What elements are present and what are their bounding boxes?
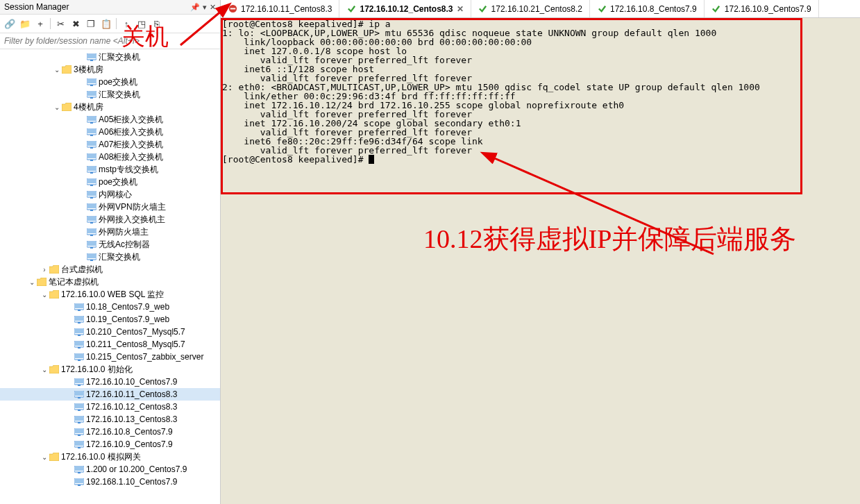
session-tab[interactable]: 172.16.10.11_Centos8.3 xyxy=(221,0,339,17)
cut-button[interactable]: ✂ xyxy=(53,17,67,31)
expand-icon[interactable]: ⌄ xyxy=(28,278,36,286)
tree-session[interactable]: ·poe交换机 xyxy=(0,76,220,88)
connected-icon xyxy=(597,4,607,14)
expand-icon[interactable]: › xyxy=(40,266,49,274)
host-icon xyxy=(74,302,85,312)
host-icon xyxy=(86,227,97,237)
session-tabs: 172.16.10.11_Centos8.3172.16.10.12_Cento… xyxy=(221,0,860,18)
tree-session[interactable]: ·A05柜接入交换机 xyxy=(0,113,220,126)
new-session-button[interactable]: + xyxy=(33,17,47,31)
tree-session[interactable]: ·无线Ac控制器 xyxy=(0,238,220,251)
tree-session[interactable]: ·192.168.1.10_Centos7.9 xyxy=(0,476,220,488)
tree-session[interactable]: ·外网VPN防火墙主 xyxy=(0,201,220,213)
dropdown-icon[interactable]: ▾ xyxy=(203,3,207,12)
tree-label: 无线Ac控制器 xyxy=(99,239,150,251)
tree-label: 172.16.10.8_Centos7.9 xyxy=(86,427,173,437)
link-button[interactable]: 🔗 xyxy=(3,17,17,31)
session-tab[interactable]: 172.16.10.12_Centos8.3✕ xyxy=(339,0,471,17)
tree-folder[interactable]: ⌄172.16.10.0 初始化 xyxy=(0,363,220,376)
tree-folder[interactable]: ⌄172.16.10.0 模拟网关 xyxy=(0,451,220,463)
tab-label: 172.16.10.8_Centos7.9 xyxy=(610,4,697,14)
host-icon xyxy=(86,252,97,262)
tree-session[interactable]: ·mstp专线交换机 xyxy=(0,163,220,176)
tree-session[interactable]: ·172.16.10.10_Centos7.9 xyxy=(0,376,220,388)
session-manager-panel: Session Manager 📌 ▾ ✕ 🔗 📁 + ✂ ✖ ❐ 📋 ↑ ◳ … xyxy=(0,0,221,504)
svg-rect-43 xyxy=(87,254,96,258)
tree-session[interactable]: ·A06柜接入交换机 xyxy=(0,126,220,138)
svg-rect-31 xyxy=(87,204,96,208)
expand-icon[interactable]: ⌄ xyxy=(40,453,49,461)
expand-icon[interactable]: ⌄ xyxy=(40,291,49,299)
tree-folder[interactable]: ⌄笔记本虚拟机 xyxy=(0,276,220,288)
host-icon xyxy=(86,52,97,62)
pin-icon[interactable]: 📌 xyxy=(190,3,200,12)
panel-header: Session Manager 📌 ▾ ✕ xyxy=(0,0,220,15)
expand-icon[interactable]: ⌄ xyxy=(40,366,49,373)
tree-session[interactable]: ·汇聚交换机 xyxy=(0,251,220,263)
new-folder-button[interactable]: 📁 xyxy=(18,17,32,31)
tree-session[interactable]: ·10.215_Centos7_zabbix_server xyxy=(0,351,220,363)
svg-rect-50 xyxy=(78,322,81,324)
close-panel-icon[interactable]: ✕ xyxy=(210,3,216,12)
host-icon xyxy=(74,389,85,399)
copy-button[interactable]: ❐ xyxy=(84,17,98,31)
svg-rect-53 xyxy=(78,335,81,336)
tree-session[interactable]: ·172.16.10.11_Centos8.3 xyxy=(0,388,220,401)
tree-session[interactable]: ·1.200 or 10.200_Centos7.9 xyxy=(0,463,220,476)
svg-rect-32 xyxy=(90,210,93,211)
svg-rect-11 xyxy=(90,122,93,124)
tree-folder[interactable]: ⌄4楼机房 xyxy=(0,101,220,113)
tree-session[interactable]: ·10.18_Centos7.9_web xyxy=(0,301,220,313)
delete-button[interactable]: ✖ xyxy=(69,17,83,31)
tree-session[interactable]: ·172.16.10.8_Centos7.9 xyxy=(0,426,220,438)
session-tree[interactable]: ·汇聚交换机⌄3楼机房·poe交换机·汇聚交换机⌄4楼机房·A05柜接入交换机·… xyxy=(0,49,220,504)
terminal-output: [root@Centos8 keepalived]# ip a 1: lo: <… xyxy=(221,18,860,164)
filter-input[interactable] xyxy=(3,35,217,47)
host-icon xyxy=(74,339,85,349)
tree-session[interactable]: ·10.210_Centos7_Mysql5.7 xyxy=(0,326,220,338)
tree-session[interactable]: ·A08柜接入交换机 xyxy=(0,151,220,163)
tree-label: 台式虚拟机 xyxy=(61,264,103,276)
tree-session[interactable]: ·A07柜接入交换机 xyxy=(0,138,220,151)
tree-label: 172.16.10.10_Centos7.9 xyxy=(86,377,177,387)
svg-rect-38 xyxy=(90,235,93,236)
tree-session[interactable]: ·外网接入交换机主 xyxy=(0,213,220,226)
paste-button[interactable]: 📋 xyxy=(99,17,113,31)
host-icon xyxy=(86,215,97,224)
svg-rect-56 xyxy=(78,347,81,348)
tree-folder[interactable]: ⌄3楼机房 xyxy=(0,63,220,76)
export-button[interactable]: ⎘ xyxy=(150,17,164,31)
session-tab[interactable]: 172.16.10.21_Centos8.2 xyxy=(471,0,590,17)
tree-session[interactable]: ·外网防火墙主 xyxy=(0,226,220,238)
terminal[interactable]: [root@Centos8 keepalived]# ip a 1: lo: <… xyxy=(221,18,860,504)
tree-folder[interactable]: ›台式虚拟机 xyxy=(0,263,220,276)
tree-session[interactable]: ·172.16.10.12_Centos8.3 xyxy=(0,401,220,413)
tree-label: 汇聚交换机 xyxy=(99,51,140,63)
folder-icon xyxy=(36,277,47,287)
tree-session[interactable]: ·poe交换机 xyxy=(0,176,220,188)
expand-icon[interactable]: ⌄ xyxy=(53,103,61,111)
tree-label: 外网防火墙主 xyxy=(99,226,149,238)
tree-session[interactable]: ·汇聚交换机 xyxy=(0,88,220,101)
separator xyxy=(116,18,117,29)
tab-label: 172.16.10.11_Centos8.3 xyxy=(241,4,332,14)
svg-rect-14 xyxy=(90,135,93,136)
tree-session[interactable]: ·内网核心 xyxy=(0,188,220,201)
tree-session[interactable]: ·172.16.10.13_Centos8.3 xyxy=(0,413,220,426)
open-button[interactable]: ◳ xyxy=(135,17,149,31)
panel-title: Session Manager xyxy=(4,2,187,12)
tree-session[interactable]: ·172.16.10.9_Centos7.9 xyxy=(0,438,220,451)
expand-icon[interactable]: ⌄ xyxy=(53,66,61,74)
host-icon xyxy=(74,414,85,424)
tree-label: A05柜接入交换机 xyxy=(99,114,163,126)
up-button[interactable]: ↑ xyxy=(119,17,133,31)
tab-close-icon[interactable]: ✕ xyxy=(457,4,464,14)
tree-label: 10.211_Centos8_Mysql5.7 xyxy=(86,339,185,349)
svg-rect-20 xyxy=(90,160,93,161)
tree-session[interactable]: ·10.19_Centos7.9_web xyxy=(0,313,220,326)
session-tab[interactable]: 172.16.10.9_Centos7.9 xyxy=(705,0,819,17)
tree-session[interactable]: ·10.211_Centos8_Mysql5.7 xyxy=(0,338,220,351)
tree-folder[interactable]: ⌄172.16.10.0 WEB SQL 监控 xyxy=(0,288,220,301)
tree-session[interactable]: ·汇聚交换机 xyxy=(0,51,220,63)
session-tab[interactable]: 172.16.10.8_Centos7.9 xyxy=(590,0,705,17)
